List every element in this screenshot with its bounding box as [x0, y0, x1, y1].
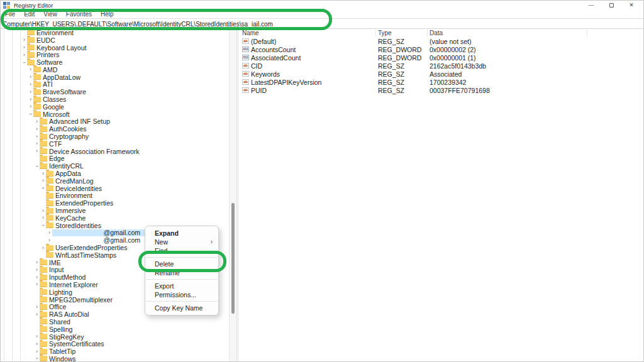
tree-item[interactable]: ›AppDataLow	[0, 74, 229, 81]
context-menu-item-permissions[interactable]: Permissions...	[145, 290, 218, 299]
tree-item[interactable]: Shared	[0, 318, 229, 326]
table-row[interactable]: abLatestDPAPIKeyVersionREG_SZ1700239342	[238, 78, 644, 86]
chevron-collapsed-icon[interactable]: ›	[40, 208, 46, 214]
menu-item-help[interactable]: Help	[96, 11, 118, 18]
chevron-expanded-icon[interactable]: ›	[28, 111, 33, 117]
tree-item[interactable]: ›Google	[0, 103, 229, 111]
tree-item[interactable]: ›CTF	[0, 140, 229, 148]
tree-item[interactable]: ›Immersive	[0, 207, 229, 214]
chevron-collapsed-icon[interactable]: ›	[34, 304, 40, 310]
chevron-collapsed-icon[interactable]: ›	[47, 230, 52, 236]
column-separator[interactable]	[427, 30, 428, 36]
context-menu-item-expand[interactable]: Expand	[145, 229, 218, 238]
tree-item[interactable]: ExtendedProperties	[0, 199, 229, 207]
context-menu-item-find[interactable]: Find...	[145, 246, 218, 255]
tree-item[interactable]: ›Microsoft	[0, 111, 229, 118]
chevron-expanded-icon[interactable]: ›	[34, 163, 40, 169]
menu-item-favorites[interactable]: Favorites	[62, 11, 96, 18]
tree-item[interactable]: Environment	[0, 29, 229, 36]
table-row[interactable]: 011AccountsCountREG_DWORD0x00000002 (2)	[238, 45, 644, 53]
chevron-collapsed-icon[interactable]: ›	[34, 119, 40, 124]
chevron-collapsed-icon[interactable]: ›	[21, 37, 27, 43]
chevron-collapsed-icon[interactable]: ›	[28, 104, 33, 109]
tree-item[interactable]: Environment	[0, 192, 229, 200]
tree-item[interactable]: ›CredManLog	[0, 177, 229, 185]
chevron-collapsed-icon[interactable]: ›	[40, 171, 46, 177]
column-separator[interactable]	[375, 30, 376, 36]
chevron-collapsed-icon[interactable]: ›	[34, 260, 40, 265]
chevron-collapsed-icon[interactable]: ›	[34, 334, 40, 339]
chevron-collapsed-icon[interactable]: ›	[21, 52, 27, 58]
chevron-collapsed-icon[interactable]: ›	[21, 45, 27, 50]
tree-item[interactable]: ›Device Association Framework	[0, 148, 229, 155]
tree-item[interactable]: ›Classes	[0, 96, 229, 103]
column-header-type[interactable]: Type	[378, 30, 392, 36]
tree-item[interactable]: ›AuthCookies	[0, 125, 229, 133]
tree-item[interactable]: ›ATI	[0, 81, 229, 89]
chevron-collapsed-icon[interactable]: ›	[34, 356, 40, 361]
table-row[interactable]: abPUIDREG_SZ00037FFE70791698	[238, 86, 644, 94]
column-header-name[interactable]: Name	[242, 30, 259, 36]
table-row[interactable]: abKeywordsREG_SZAssociated	[238, 70, 644, 78]
context-menu-item-copy-key-name[interactable]: Copy Key Name	[145, 304, 218, 312]
tree-scrollbar[interactable]	[229, 29, 237, 362]
context-menu-item-new[interactable]: New›	[145, 238, 218, 246]
address-bar[interactable]: Computer\HKEY_USERS\.DEFAULT\Software\Mi…	[0, 18, 644, 29]
context-menu-item-delete[interactable]: Delete	[145, 260, 218, 268]
chevron-collapsed-icon[interactable]: ›	[34, 134, 40, 140]
tree-item[interactable]: ›TabletTip	[0, 348, 229, 355]
context-menu-item-rename[interactable]: Rename	[145, 268, 218, 277]
tree-item[interactable]: Spelling	[0, 326, 229, 333]
tree-item[interactable]: ›Software	[0, 58, 229, 66]
scrollbar-thumb[interactable]	[231, 203, 235, 314]
table-row[interactable]: abCIDREG_SZ2162ac5f0143b3db	[238, 62, 644, 70]
table-row[interactable]: ab(Default)REG_SZ(value not set)	[238, 37, 644, 45]
chevron-expanded-icon[interactable]: ›	[40, 222, 46, 228]
chevron-collapsed-icon[interactable]: ›	[28, 82, 33, 87]
close-button[interactable]: ✕	[621, 0, 641, 10]
chevron-collapsed-icon[interactable]: ›	[34, 341, 40, 347]
chevron-collapsed-icon[interactable]: ›	[28, 67, 33, 72]
context-menu-item-export[interactable]: Export	[145, 282, 218, 290]
tree-item[interactable]: ›StigRegKey	[0, 333, 229, 341]
column-header-data[interactable]: Data	[430, 30, 443, 36]
chevron-collapsed-icon[interactable]: ›	[34, 275, 40, 280]
tree-item[interactable]: ›AMD	[0, 66, 229, 74]
tree-item[interactable]: ›Printers	[0, 51, 229, 58]
chevron-collapsed-icon[interactable]: ›	[40, 185, 46, 191]
chevron-collapsed-icon[interactable]: ›	[34, 141, 40, 146]
chevron-collapsed-icon[interactable]: ›	[34, 349, 40, 354]
chevron-collapsed-icon[interactable]: ›	[34, 126, 40, 132]
menu-item-view[interactable]: View	[39, 11, 62, 18]
tree-item[interactable]: ›EUDC	[0, 36, 229, 44]
tree-item[interactable]: ›IdentityCRL	[0, 162, 229, 170]
chevron-collapsed-icon[interactable]: ›	[40, 245, 46, 251]
chevron-collapsed-icon[interactable]: ›	[40, 178, 46, 184]
chevron-collapsed-icon[interactable]: ›	[28, 74, 33, 80]
tree-item[interactable]: ›Keyboard Layout	[0, 44, 229, 52]
chevron-collapsed-icon[interactable]: ›	[28, 89, 33, 95]
chevron-collapsed-icon[interactable]: ›	[34, 312, 40, 317]
chevron-expanded-icon[interactable]: ›	[21, 60, 27, 65]
tree-item[interactable]: ›AppData	[0, 170, 229, 177]
chevron-collapsed-icon[interactable]: ›	[28, 97, 33, 102]
chevron-collapsed-icon[interactable]: ›	[47, 238, 52, 243]
tree-item[interactable]: ›Cryptography	[0, 133, 229, 140]
chevron-collapsed-icon[interactable]: ›	[34, 267, 40, 273]
chevron-collapsed-icon[interactable]: ›	[40, 215, 46, 221]
maximize-button[interactable]	[601, 0, 621, 10]
tree-item[interactable]: ›Advanced INF Setup	[0, 118, 229, 126]
tree-item[interactable]: ›Windows	[0, 355, 229, 362]
minimize-button[interactable]: —	[581, 0, 601, 10]
chevron-collapsed-icon[interactable]: ›	[34, 282, 40, 287]
column-separator[interactable]	[587, 30, 587, 36]
table-row[interactable]: 011AssociatedCountREG_DWORD0x00000001 (1…	[238, 53, 644, 62]
menu-item-file[interactable]: File	[1, 11, 19, 18]
menu-item-edit[interactable]: Edit	[19, 11, 39, 18]
tree-item[interactable]: ›BraveSoftware	[0, 88, 229, 96]
tree-item[interactable]: ›DeviceIdentities	[0, 185, 229, 192]
tree-item[interactable]: Edge	[0, 155, 229, 163]
tree-item[interactable]: ›KeyCache	[0, 214, 229, 222]
chevron-collapsed-icon[interactable]: ›	[34, 148, 40, 154]
tree-item[interactable]: ›SystemCertificates	[0, 340, 229, 348]
